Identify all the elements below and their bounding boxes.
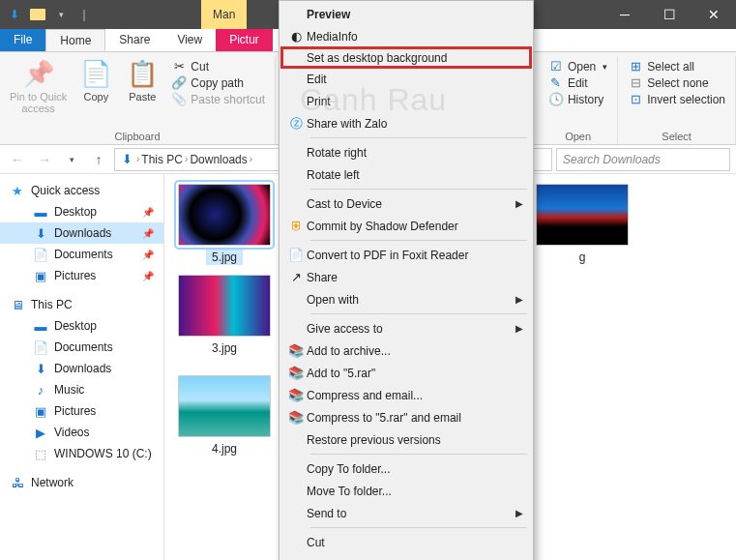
separator — [310, 454, 527, 455]
pin-icon: 📌 — [142, 207, 154, 218]
history-button[interactable]: 🕓History — [545, 91, 611, 107]
file-thumbnail[interactable]: 4.jpg — [172, 375, 277, 457]
ctx-rotate-left[interactable]: Rotate left — [281, 163, 531, 186]
ctx-restore-versions[interactable]: Restore previous versions — [281, 428, 531, 451]
copy-path-button[interactable]: 🔗Copy path — [167, 74, 269, 91]
chevron-down-icon[interactable]: ▾ — [50, 4, 72, 25]
edit-button[interactable]: ✎Edit — [545, 74, 611, 91]
select-all-button[interactable]: ⊞Select all — [624, 58, 729, 74]
ctx-compress-rar-email[interactable]: 📚Compress to "5.rar" and email — [281, 406, 531, 428]
close-button[interactable]: ✕ — [692, 0, 736, 29]
chevron-right-icon[interactable]: › — [136, 154, 139, 164]
chevron-right-icon[interactable]: › — [185, 154, 188, 164]
chevron-right-icon[interactable]: › — [250, 154, 252, 164]
ctx-mediainfo[interactable]: ◐MediaInfo — [281, 25, 531, 47]
tab-home[interactable]: Home — [45, 29, 105, 51]
ctx-compress-email[interactable]: 📚Compress and email... — [281, 384, 531, 406]
ctx-cast-to-device[interactable]: Cast to Device▶ — [281, 192, 531, 215]
edit-icon: ✎ — [548, 75, 564, 90]
chevron-right-icon: ▶ — [515, 294, 523, 305]
sidebar-pictures[interactable]: ▣Pictures📌 — [0, 265, 163, 286]
copy-icon: 📄 — [80, 58, 111, 89]
cut-button[interactable]: ✂Cut — [167, 58, 269, 74]
select-none-button[interactable]: ⊟Select none — [624, 74, 729, 91]
invert-selection-button[interactable]: ⊡Invert selection — [624, 91, 729, 107]
ctx-add-archive[interactable]: 📚Add to archive... — [281, 339, 531, 362]
download-arrow-icon[interactable]: ⬇ — [4, 4, 25, 25]
sidebar-thispc[interactable]: 🖥This PC — [0, 294, 163, 315]
file-thumbnail[interactable]: 5.jpg — [172, 184, 277, 265]
nav-back-button[interactable]: ← — [6, 148, 29, 171]
nav-forward-button[interactable]: → — [33, 148, 56, 171]
sidebar-pictures-2[interactable]: ▣Pictures — [0, 400, 163, 422]
minimize-button[interactable]: ─ — [603, 0, 647, 29]
ctx-add-to-rar[interactable]: 📚Add to "5.rar" — [281, 362, 531, 384]
copy-button[interactable]: 📄 Copy — [74, 56, 117, 104]
ctx-copy-to-folder[interactable]: Copy To folder... — [281, 457, 531, 480]
sidebar-quick-access[interactable]: ★Quick access — [0, 180, 163, 201]
tab-share[interactable]: Share — [105, 29, 163, 51]
breadcrumb-downloads[interactable]: Downloads — [190, 153, 247, 166]
separator — [310, 313, 527, 314]
sidebar-music[interactable]: ♪Music — [0, 379, 163, 400]
copy-path-icon: 🔗 — [171, 75, 187, 90]
shield-icon: ⛨ — [285, 218, 307, 235]
history-icon: 🕓 — [548, 92, 564, 106]
search-input[interactable]: Search Downloads — [556, 148, 730, 171]
sidebar-videos[interactable]: ▶Videos — [0, 422, 163, 443]
ctx-rotate-right[interactable]: Rotate right — [281, 141, 531, 163]
contextual-tab-header: Man — [201, 0, 247, 29]
ctx-set-desktop-background[interactable]: Set as desktop background — [280, 46, 532, 69]
thumbnail-image — [178, 184, 271, 246]
ctx-move-to-folder[interactable]: Move To folder... — [281, 480, 531, 502]
sidebar-desktop-2[interactable]: ▬Desktop — [0, 315, 163, 337]
tab-file[interactable]: File — [0, 29, 45, 51]
folder-icon[interactable] — [27, 4, 48, 25]
open-button[interactable]: ☑Open▾ — [545, 58, 611, 74]
sidebar-network[interactable]: 🖧Network — [0, 472, 163, 493]
dropdown-icon[interactable]: ｜ — [74, 4, 95, 25]
ctx-copy[interactable]: Copy — [281, 553, 531, 560]
ctx-give-access[interactable]: Give access to▶ — [281, 317, 531, 339]
sidebar-drive-c[interactable]: ⬚WINDOWS 10 (C:) — [0, 443, 163, 464]
nav-recent-button[interactable]: ▾ — [60, 148, 83, 171]
ctx-open-with[interactable]: Open with▶ — [281, 288, 531, 310]
sidebar-documents[interactable]: 📄Documents📌 — [0, 244, 163, 265]
paste-shortcut-button[interactable]: 📎Paste shortcut — [167, 91, 269, 107]
ctx-send-to[interactable]: Send to▶ — [281, 502, 531, 524]
breadcrumb-thispc[interactable]: This PC — [141, 153, 183, 166]
thumbnail-image — [178, 275, 271, 337]
document-icon: 📄 — [33, 247, 48, 262]
ctx-convert-pdf[interactable]: 📄Convert to PDF in Foxit Reader — [281, 244, 531, 266]
sidebar-desktop[interactable]: ▬Desktop📌 — [0, 201, 163, 222]
winrar-icon: 📚 — [285, 365, 307, 382]
ctx-edit[interactable]: Edit — [281, 68, 531, 90]
ctx-commit-shadow-defender[interactable]: ⛨Commit by Shadow Defender — [281, 215, 531, 237]
tab-view[interactable]: View — [163, 29, 216, 51]
ctx-preview[interactable]: Preview — [281, 3, 531, 25]
share-icon: ↗ — [285, 269, 307, 286]
pin-icon: 📌 — [142, 250, 154, 260]
sidebar-downloads-2[interactable]: ⬇Downloads — [0, 358, 163, 379]
pin-icon: 📌 — [142, 271, 154, 281]
nav-up-button[interactable]: ↑ — [87, 148, 110, 171]
context-menu: Preview ◐MediaInfo Set as desktop backgr… — [279, 0, 534, 560]
ctx-share[interactable]: ↗Share — [281, 266, 531, 288]
maximize-button[interactable]: ☐ — [647, 0, 692, 29]
sidebar-downloads[interactable]: ⬇Downloads📌 — [0, 222, 163, 244]
sidebar-documents-2[interactable]: 📄Documents — [0, 337, 163, 358]
ctx-print[interactable]: Print — [281, 90, 531, 112]
drive-icon: ⬚ — [33, 446, 48, 461]
group-label-clipboard: Clipboard — [114, 131, 160, 144]
file-thumbnail[interactable]: 3.jpg — [172, 275, 277, 356]
ctx-share-zalo[interactable]: ⓩShare with Zalo — [281, 112, 531, 134]
chevron-right-icon: ▶ — [515, 198, 523, 209]
pin-to-quick-access-button[interactable]: 📌 Pin to Quick access — [6, 56, 71, 116]
desktop-icon: ▬ — [33, 318, 48, 334]
file-thumbnail[interactable]: g — [530, 184, 634, 265]
paste-button[interactable]: 📋 Paste — [121, 56, 163, 104]
thumbnail-image — [178, 375, 271, 437]
tab-picture-tools[interactable]: Pictur — [216, 29, 273, 51]
zalo-icon: ⓩ — [285, 115, 307, 133]
ctx-cut[interactable]: Cut — [281, 531, 531, 553]
